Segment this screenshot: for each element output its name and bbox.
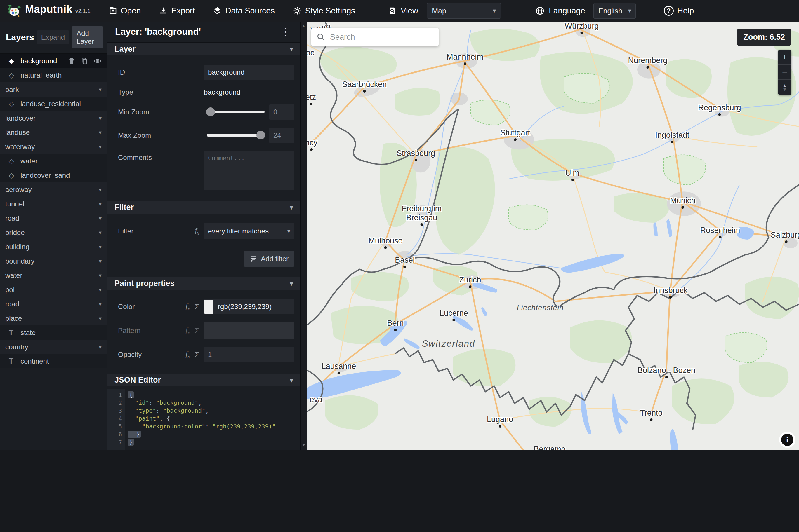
attribution-button[interactable]: i — [779, 432, 796, 448]
sigma-icon[interactable]: Σ — [194, 326, 199, 335]
kebab-menu-icon[interactable]: ⋮ — [279, 26, 293, 38]
map-search-bar[interactable] — [311, 28, 439, 46]
view-select[interactable]: Map ▾ — [427, 3, 501, 19]
app-name: Maputnik — [25, 3, 72, 16]
filter-combinator-select[interactable]: every filter matches ▾ — [204, 223, 294, 239]
layer-editor-panel: Layer: 'background' ⋮ Layer ▾ ID Type ba… — [108, 22, 301, 450]
min-zoom-field[interactable] — [269, 104, 294, 120]
section-paint-properties[interactable]: Paint properties ▾ — [108, 277, 300, 290]
help-icon: ? — [664, 6, 674, 16]
menu-data-sources[interactable]: Data Sources — [213, 6, 275, 16]
code-line: "id": "background", — [128, 399, 300, 407]
layer-row-aeroway[interactable]: aeroway▾ — [0, 183, 107, 197]
map-search-input[interactable] — [330, 33, 433, 42]
layer-label: landuse_residential — [20, 100, 101, 108]
layer-label: natural_earth — [20, 71, 101, 79]
min-zoom-slider[interactable] — [207, 111, 265, 113]
json-editor[interactable]: 1234567 { "id": "background", "type": "b… — [108, 386, 300, 450]
layer-row-landuse[interactable]: landuse▾ — [0, 125, 107, 139]
layer-row-continent[interactable]: Tcontinent — [0, 354, 107, 368]
pattern-label: Pattern — [118, 326, 185, 335]
layer-row-boundary[interactable]: boundary▾ — [0, 254, 107, 268]
layer-editor-title: Layer: 'background' — [115, 26, 279, 37]
slider-thumb[interactable] — [206, 108, 215, 116]
layer-row-poi[interactable]: poi▾ — [0, 283, 107, 297]
line-number: 1 — [108, 391, 122, 399]
json-code[interactable]: { "id": "background", "type": "backgroun… — [125, 389, 300, 450]
layer-row-road[interactable]: road▾ — [0, 297, 107, 311]
add-layer-button[interactable]: Add Layer — [72, 26, 103, 49]
visibility-eye-icon[interactable] — [93, 57, 101, 65]
add-filter-button[interactable]: Add filter — [244, 251, 294, 267]
duplicate-layer-icon[interactable] — [80, 57, 88, 65]
layer-row-background[interactable]: ◆background — [0, 54, 107, 68]
zoom-out-button[interactable]: − — [778, 65, 792, 80]
id-field[interactable] — [204, 65, 294, 80]
layer-row-state[interactable]: Tstate — [0, 325, 107, 340]
compass-button[interactable]: ▲▼ — [778, 80, 792, 95]
language-select[interactable]: English ▾ — [593, 3, 636, 19]
add-filter-icon — [250, 255, 257, 263]
color-field[interactable] — [204, 299, 294, 314]
layer-row-road[interactable]: road▾ — [0, 211, 107, 225]
chevron-down-icon: ▾ — [99, 186, 101, 193]
zoom-in-button[interactable]: + — [778, 50, 792, 65]
layer-row-building[interactable]: building▾ — [0, 240, 107, 254]
color-swatch[interactable] — [204, 300, 213, 314]
scroll-up-icon[interactable]: ▲ — [301, 23, 306, 28]
menu-help[interactable]: ? Help — [664, 6, 694, 16]
layer-label: road — [5, 214, 99, 222]
chevron-down-icon: ▾ — [290, 280, 293, 288]
chevron-down-icon: ▾ — [99, 201, 101, 208]
section-layer[interactable]: Layer ▾ — [108, 43, 300, 55]
layer-label: boundary — [5, 257, 99, 265]
layer-row-waterway[interactable]: waterway▾ — [0, 139, 107, 154]
delete-layer-icon[interactable] — [68, 57, 75, 65]
layer-label: bridge — [5, 228, 99, 237]
layer-row-park[interactable]: park▾ — [0, 82, 107, 97]
layer-row-tunnel[interactable]: tunnel▾ — [0, 197, 107, 211]
layer-row-bridge[interactable]: bridge▾ — [0, 225, 107, 240]
sigma-icon[interactable]: Σ — [194, 350, 199, 359]
map-canvas[interactable]: bourgocWürzburgMannheimNurembergSaarbrüc… — [307, 22, 799, 450]
layer-row-landcover[interactable]: landcover▾ — [0, 111, 107, 125]
chevron-down-icon: ▾ — [99, 86, 101, 93]
diamond-outline-icon: ◇ — [9, 100, 20, 108]
chevron-down-icon: ▾ — [99, 343, 101, 350]
chevron-down-icon: ▾ — [99, 229, 101, 236]
fx-icon[interactable]: fx — [185, 326, 190, 336]
open-icon — [109, 6, 117, 15]
text-layer-icon: T — [9, 357, 20, 366]
section-json-editor[interactable]: JSON Editor ▾ — [108, 374, 300, 386]
language-select-value: English — [598, 7, 622, 15]
fx-icon[interactable]: fx — [185, 302, 190, 312]
menu-export[interactable]: Export — [159, 6, 195, 16]
layer-row-country[interactable]: country▾ — [0, 340, 107, 354]
chevron-down-icon: ▾ — [493, 7, 496, 15]
max-zoom-slider[interactable] — [207, 134, 265, 137]
comments-field[interactable] — [204, 151, 294, 190]
layer-row-water[interactable]: water▾ — [0, 268, 107, 283]
layer-row-natural_earth[interactable]: ◇natural_earth — [0, 68, 107, 82]
layer-row-water[interactable]: ◇water — [0, 154, 107, 168]
panel-scrollbar[interactable]: ▲ ▼ — [301, 22, 307, 450]
menu-open[interactable]: Open — [109, 6, 141, 16]
sigma-icon[interactable]: Σ — [194, 302, 199, 311]
scroll-down-icon[interactable]: ▼ — [301, 442, 306, 448]
slider-thumb[interactable] — [256, 131, 265, 139]
layer-row-landuse_residential[interactable]: ◇landuse_residential — [0, 97, 107, 111]
fx-icon[interactable]: fx — [195, 226, 200, 236]
layer-row-landcover_sand[interactable]: ◇landcover_sand — [0, 168, 107, 183]
pattern-field[interactable] — [204, 322, 294, 339]
chevron-down-icon: ▾ — [99, 129, 101, 136]
section-filter[interactable]: Filter ▾ — [108, 201, 300, 214]
layer-row-place[interactable]: place▾ — [0, 311, 107, 325]
max-zoom-label: Max Zoom — [118, 131, 207, 139]
opacity-field[interactable] — [204, 347, 294, 362]
fx-icon[interactable]: fx — [185, 350, 190, 360]
chevron-down-icon: ▾ — [99, 272, 101, 279]
id-label: ID — [118, 68, 204, 76]
expand-button[interactable]: Expand — [37, 30, 69, 44]
menu-style-settings[interactable]: Style Settings — [293, 6, 355, 16]
max-zoom-field[interactable] — [269, 128, 294, 143]
